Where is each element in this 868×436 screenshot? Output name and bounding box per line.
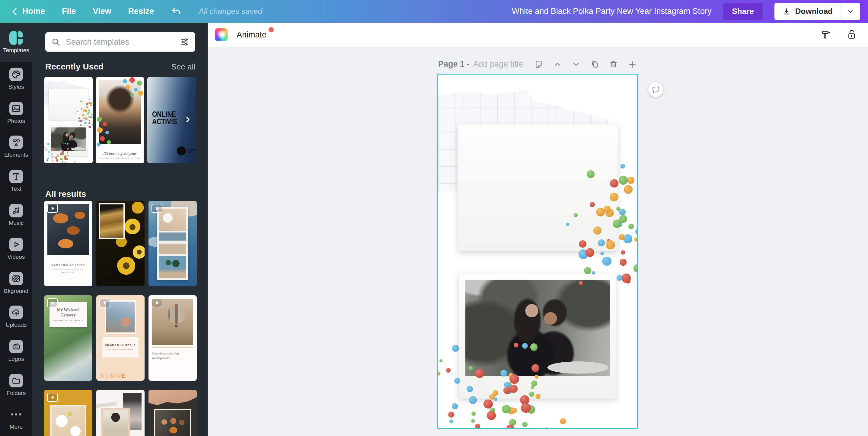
sidebar-item-uploads[interactable]: Uploads — [0, 300, 32, 334]
sidebar-item-templates[interactable]: Templates — [0, 23, 32, 62]
download-main-button[interactable]: Download — [774, 3, 840, 20]
template-weekend-getaway[interactable]: My Weekend Getaway ENJOYING THE SEA BREE… — [44, 295, 92, 381]
duplicate-icon — [590, 60, 599, 69]
confetti-dot — [51, 153, 53, 155]
move-page-down-button[interactable] — [571, 60, 581, 69]
delete-page-button[interactable] — [609, 60, 618, 69]
add-notes-button[interactable] — [534, 60, 543, 69]
confetti-dot — [52, 162, 53, 163]
confetti-dot — [602, 257, 612, 266]
confetti-dot — [91, 114, 92, 115]
confetti-dot — [619, 234, 625, 240]
confetti-dot — [530, 343, 538, 351]
animate-button[interactable]: Animate — [237, 30, 267, 39]
template-caption: It's been a great year — [96, 151, 144, 156]
template-spring-air[interactable]: Spring is in the air — [96, 201, 145, 286]
document-title[interactable]: White and Black Polka Party New Year Ins… — [512, 7, 712, 16]
background-color-swatch[interactable] — [215, 28, 227, 41]
svg-text:˙co: ˙co — [14, 346, 18, 349]
confetti-dot — [475, 424, 480, 428]
earth-day-logo — [177, 146, 186, 155]
sidebar-item-videos[interactable]: Videos — [0, 232, 32, 266]
view-menu[interactable]: View — [93, 7, 112, 16]
add-page-button[interactable] — [628, 60, 637, 69]
see-all-link[interactable]: See all — [172, 62, 195, 71]
resize-menu[interactable]: Resize — [128, 7, 154, 16]
night-photo — [51, 91, 87, 115]
confetti-dot — [79, 128, 80, 128]
undo-button[interactable] — [171, 6, 182, 17]
template-art — [99, 80, 141, 144]
confetti-dot — [92, 123, 93, 125]
confetti-dot — [513, 408, 517, 413]
confetti-dot — [617, 275, 623, 281]
templates-icon — [9, 31, 23, 45]
sidebar-item-music[interactable]: Music — [0, 198, 32, 232]
confetti-dot — [448, 411, 454, 417]
top-menu-bar: Home File View Resize All changes saved … — [0, 0, 868, 23]
confetti-dot — [84, 120, 85, 121]
polaroid-frame-bottom[interactable] — [49, 125, 88, 156]
recently-used-carousel: It's been a great year I'M GLAD YOU WERE… — [44, 77, 196, 163]
sidebar-item-styles[interactable]: Styles — [0, 62, 32, 96]
download-options-button[interactable] — [841, 3, 860, 20]
confetti-dot — [467, 386, 473, 392]
template-summer-in-style[interactable]: SUMME SUMMER IN STYLE Life's better in s… — [96, 295, 145, 381]
duplicate-page-button[interactable] — [590, 60, 599, 69]
confetti-dot — [52, 156, 54, 157]
confetti-dot — [52, 148, 53, 149]
workspace: Animate Page 1 - Add page title — [208, 23, 868, 436]
confetti-dot — [603, 206, 611, 213]
confetti-dot — [623, 234, 632, 243]
home-button[interactable]: Home — [11, 7, 45, 16]
template-beach-filmstrip[interactable] — [149, 201, 197, 286]
polaroid-frame-bottom[interactable] — [459, 273, 616, 399]
search-input[interactable] — [65, 37, 175, 47]
sidebar-item-photos[interactable]: Photos — [0, 96, 32, 130]
search-box — [45, 32, 195, 52]
copy-style-button[interactable] — [820, 29, 832, 41]
confetti-dot — [635, 229, 637, 234]
recent-template-polka-party[interactable] — [44, 77, 93, 163]
page-title-input[interactable]: Add page title — [473, 59, 523, 69]
sidebar-item-background[interactable]: Bkground — [0, 266, 32, 300]
sidebar-item-more[interactable]: More — [0, 402, 32, 436]
recent-template-great-year[interactable]: It's been a great year I'M GLAD YOU WERE… — [96, 77, 144, 163]
confetti-dot — [52, 159, 53, 160]
template-breakfast-table[interactable] — [44, 390, 92, 436]
carousel-next-button[interactable]: › — [185, 111, 190, 125]
sidebar-item-text[interactable]: Text — [0, 164, 32, 198]
back-chevron-icon — [11, 7, 18, 16]
confetti-dot — [624, 185, 632, 194]
page-header: Page 1 - Add page title — [438, 59, 637, 69]
template-memories-of-japan[interactable]: MEMORIES OF JAPAN EXPLORING THE LAND OF … — [44, 201, 92, 286]
confetti-dot — [89, 120, 90, 121]
templates-panel: Recently Used See all It's been a great … — [32, 23, 208, 436]
confetti-dot — [619, 176, 628, 185]
chevron-down-icon — [571, 60, 581, 69]
sidebar-item-logos[interactable]: ˙co Logos — [0, 334, 32, 368]
sidebar-item-folders[interactable]: Folders — [0, 368, 32, 402]
template-art — [101, 408, 130, 436]
page-number-label: Page 1 - — [438, 59, 470, 69]
confetti-dot — [88, 109, 89, 110]
chevron-down-icon — [847, 8, 854, 15]
file-menu[interactable]: File — [62, 7, 76, 16]
confetti-dot — [468, 366, 473, 371]
comment-plus-icon — [651, 85, 660, 94]
confetti-dot — [84, 122, 86, 124]
design-canvas[interactable] — [438, 75, 637, 428]
add-comment-button[interactable] — [648, 82, 663, 97]
template-swim-duo[interactable] — [149, 390, 197, 436]
polka-template-preview — [44, 77, 93, 163]
lock-button[interactable] — [846, 29, 858, 41]
filter-icon[interactable] — [180, 37, 189, 47]
confetti-dot — [46, 149, 47, 150]
template-fashion-collage[interactable]: — and fall in love — [96, 390, 145, 436]
share-button[interactable]: Share — [723, 3, 763, 20]
template-walking-on-air[interactable]: Some days, you're justwalking on air. — [149, 295, 197, 381]
sidebar-item-elements[interactable]: Elements — [0, 130, 32, 164]
move-page-up-button[interactable] — [553, 60, 562, 69]
video-badge-icon — [152, 204, 162, 213]
search-icon — [51, 37, 60, 47]
